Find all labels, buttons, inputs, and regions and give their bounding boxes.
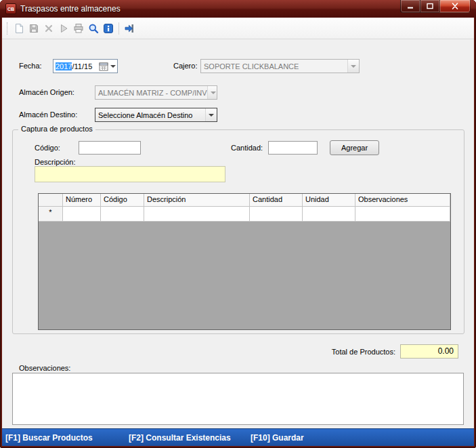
app-icon: CB	[5, 3, 16, 14]
minimize-button[interactable]	[400, 0, 420, 13]
almacen-origen-arrow-box	[207, 86, 217, 99]
save-button[interactable]	[27, 21, 41, 36]
observaciones-label: Observaciones:	[19, 364, 70, 372]
print-icon	[73, 23, 84, 34]
cajero-arrow-box	[347, 60, 359, 73]
info-button[interactable]	[102, 21, 115, 36]
grid-new-row[interactable]: *	[39, 207, 450, 222]
grid-cell-unidad[interactable]	[303, 207, 355, 222]
total-productos-label: Total de Productos:	[318, 348, 395, 356]
codigo-input[interactable]	[79, 141, 141, 155]
grid-new-row-selector[interactable]: *	[39, 207, 63, 222]
new-document-button[interactable]	[12, 21, 26, 36]
toolbar-separator	[118, 22, 119, 35]
cajero-dropdown-arrow-icon	[351, 65, 356, 68]
almacen-destino-value: Seleccione Almacén Destino	[98, 111, 192, 119]
print-button[interactable]	[72, 21, 85, 36]
maximize-icon	[426, 3, 434, 9]
statusbar: [F1] Buscar Productos [F2] Consultar Exi…	[2, 428, 474, 446]
grid-header-cantidad: Cantidad	[250, 194, 303, 207]
delete-icon	[43, 23, 54, 34]
search-button[interactable]	[87, 21, 100, 36]
grid-header-descripcion: Descripción	[144, 194, 250, 207]
statusbar-f1-buscar-productos: [F1] Buscar Productos	[5, 433, 93, 443]
products-grid[interactable]: Número Código Descripción Cantidad Unida…	[38, 193, 451, 330]
almacen-origen-value: ALMACÉN MATRIZ - COMP/INV	[98, 89, 207, 97]
exit-icon	[124, 23, 135, 34]
grid-empty-area	[39, 222, 450, 329]
grid-cell-numero[interactable]	[63, 207, 101, 222]
grid-cell-codigo[interactable]	[101, 207, 144, 222]
grid-header-row: Número Código Descripción Cantidad Unida…	[39, 194, 450, 207]
delete-button[interactable]	[42, 21, 56, 36]
app-window: CB Traspasos entre almacenes	[0, 0, 476, 448]
save-icon	[28, 23, 39, 34]
toolbar	[2, 18, 474, 39]
close-button[interactable]	[439, 0, 471, 13]
almacen-destino-arrow-box[interactable]	[205, 108, 217, 121]
almacen-origen-dropdown-arrow-icon	[211, 91, 216, 94]
minimize-icon	[406, 3, 414, 9]
run-icon	[58, 23, 69, 34]
info-icon	[103, 23, 114, 34]
cantidad-input[interactable]	[268, 141, 318, 155]
almacen-origen-label: Almacén Origen:	[19, 88, 74, 96]
fecha-year-segment[interactable]: 2017	[56, 62, 72, 70]
cajero-value: SOPORTE CLICKBALANCE	[204, 62, 299, 70]
descripcion-label: Descripción:	[35, 158, 76, 166]
fecha-rest-segment[interactable]: /11/15	[72, 62, 92, 70]
grid-cell-descripcion[interactable]	[144, 207, 250, 222]
almacen-destino-dropdown-arrow-icon	[209, 114, 214, 117]
new-document-icon	[14, 23, 24, 34]
agregar-button[interactable]: Agregar	[330, 140, 379, 155]
observaciones-textarea[interactable]	[12, 373, 464, 425]
window-title: Traspasos entre almacenes	[20, 4, 121, 14]
exit-button[interactable]	[123, 21, 136, 36]
codigo-label: Código:	[35, 144, 60, 152]
almacen-destino-combo[interactable]: Seleccione Almacén Destino	[95, 108, 217, 122]
fecha-datepicker[interactable]: 2017/11/15	[53, 59, 118, 73]
cantidad-label: Cantidad:	[231, 144, 263, 152]
run-button[interactable]	[57, 21, 70, 36]
captura-group-legend: Captura de productos	[18, 125, 95, 133]
cajero-combo: SOPORTE CLICKBALANCE	[200, 59, 360, 73]
statusbar-f10-guardar: [F10] Guardar	[251, 433, 304, 443]
search-icon	[88, 23, 99, 34]
grid-cell-cantidad[interactable]	[250, 207, 303, 222]
cajero-label: Cajero:	[173, 62, 197, 70]
maximize-button[interactable]	[420, 0, 439, 13]
grid-header-codigo: Código	[101, 194, 144, 207]
grid-header-observaciones: Observaciones	[355, 194, 450, 207]
grid-cell-observaciones[interactable]	[355, 207, 450, 222]
fecha-label: Fecha:	[19, 62, 42, 70]
fecha-dropdown-arrow-icon[interactable]	[110, 65, 116, 68]
close-icon	[451, 3, 459, 9]
grid-header-numero: Número	[63, 194, 101, 207]
statusbar-f2-consultar-existencias: [F2] Consultar Existencias	[129, 433, 231, 443]
descripcion-readonly-field	[35, 166, 225, 182]
calendar-icon[interactable]	[99, 62, 108, 71]
toolbar-grip	[7, 22, 9, 35]
almacen-destino-label: Almacén Destino:	[19, 110, 77, 119]
total-productos-value: 0.00	[400, 344, 458, 359]
grid-header-unidad: Unidad	[303, 194, 355, 207]
almacen-origen-combo: ALMACÉN MATRIZ - COMP/INV	[95, 85, 217, 100]
grid-header-row-selector	[39, 194, 63, 207]
captura-de-productos-group: Captura de productos Código: Cantidad: A…	[12, 129, 464, 334]
window-controls	[400, 0, 471, 13]
